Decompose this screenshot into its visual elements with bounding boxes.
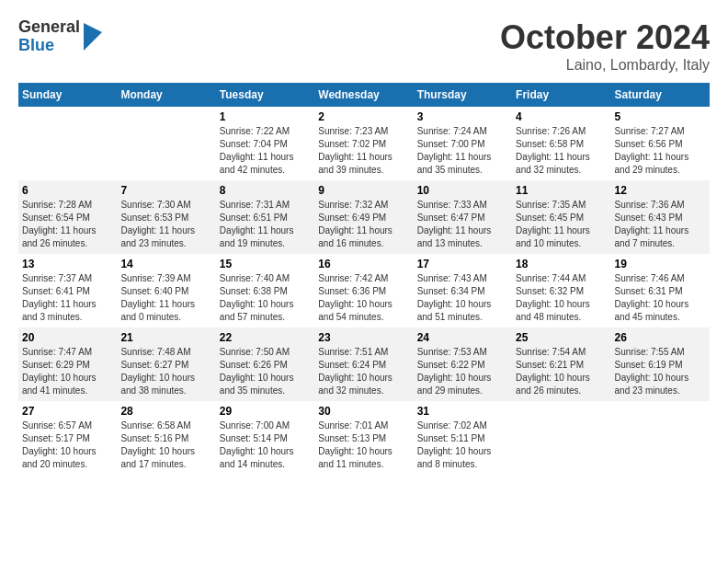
day-info: Sunrise: 7:44 AMSunset: 6:32 PMDaylight:…: [516, 272, 607, 324]
logo-general: General: [18, 18, 80, 37]
day-info: Sunrise: 7:54 AMSunset: 6:21 PMDaylight:…: [516, 346, 607, 397]
day-number: 8: [220, 184, 311, 197]
day-number: 18: [516, 258, 607, 270]
day-info: Sunrise: 7:36 AMSunset: 6:43 PMDaylight:…: [615, 199, 706, 250]
calendar-cell: 31Sunrise: 7:02 AMSunset: 5:11 PMDayligh…: [414, 401, 512, 475]
day-number: 2: [318, 110, 409, 123]
calendar-cell: 26Sunrise: 7:55 AMSunset: 6:19 PMDayligh…: [611, 327, 710, 401]
day-info: Sunrise: 7:47 AMSunset: 6:29 PMDaylight:…: [22, 346, 113, 397]
calendar-title: October 2024: [500, 18, 710, 57]
day-info: Sunrise: 7:50 AMSunset: 6:26 PMDaylight:…: [220, 346, 311, 397]
calendar-cell: 27Sunrise: 6:57 AMSunset: 5:17 PMDayligh…: [18, 401, 117, 475]
calendar-cell: 2Sunrise: 7:23 AMSunset: 7:02 PMDaylight…: [314, 107, 413, 180]
calendar-cell: 19Sunrise: 7:46 AMSunset: 6:31 PMDayligh…: [611, 254, 710, 327]
calendar-cell: 28Sunrise: 6:58 AMSunset: 5:16 PMDayligh…: [117, 401, 215, 475]
calendar-cell: [117, 107, 215, 180]
day-number: 29: [220, 405, 311, 418]
day-info: Sunrise: 7:26 AMSunset: 6:58 PMDaylight:…: [516, 125, 607, 177]
day-header-wednesday: Wednesday: [314, 83, 413, 107]
day-number: 23: [318, 331, 409, 344]
day-info: Sunrise: 7:55 AMSunset: 6:19 PMDaylight:…: [615, 346, 706, 397]
day-info: Sunrise: 7:48 AMSunset: 6:27 PMDaylight:…: [120, 346, 211, 397]
day-number: 28: [120, 405, 211, 418]
day-info: Sunrise: 7:22 AMSunset: 7:04 PMDaylight:…: [220, 125, 311, 177]
day-number: 15: [220, 258, 311, 270]
calendar-cell: [512, 401, 610, 475]
days-header-row: SundayMondayTuesdayWednesdayThursdayFrid…: [18, 83, 710, 107]
day-info: Sunrise: 6:57 AMSunset: 5:17 PMDaylight:…: [22, 419, 113, 471]
calendar-subtitle: Laino, Lombardy, Italy: [500, 57, 710, 74]
day-number: 1: [220, 110, 311, 123]
calendar-cell: 24Sunrise: 7:53 AMSunset: 6:22 PMDayligh…: [414, 327, 512, 401]
day-header-tuesday: Tuesday: [216, 83, 314, 107]
day-number: 3: [417, 110, 508, 123]
day-info: Sunrise: 7:02 AMSunset: 5:11 PMDaylight:…: [417, 419, 508, 471]
day-number: 12: [615, 184, 706, 197]
day-number: 17: [417, 258, 508, 270]
day-number: 22: [220, 331, 311, 344]
day-info: Sunrise: 7:01 AMSunset: 5:13 PMDaylight:…: [318, 419, 409, 471]
day-number: 21: [120, 331, 211, 344]
title-section: October 2024 Laino, Lombardy, Italy: [500, 18, 710, 74]
week-row-5: 27Sunrise: 6:57 AMSunset: 5:17 PMDayligh…: [18, 401, 710, 475]
day-info: Sunrise: 7:30 AMSunset: 6:53 PMDaylight:…: [120, 199, 211, 250]
day-info: Sunrise: 7:27 AMSunset: 6:56 PMDaylight:…: [615, 125, 706, 177]
day-info: Sunrise: 7:42 AMSunset: 6:36 PMDaylight:…: [318, 272, 409, 324]
calendar-cell: 9Sunrise: 7:32 AMSunset: 6:49 PMDaylight…: [314, 180, 413, 254]
day-number: 24: [417, 331, 508, 344]
day-info: Sunrise: 7:32 AMSunset: 6:49 PMDaylight:…: [318, 199, 409, 250]
day-number: 26: [615, 331, 706, 344]
day-info: Sunrise: 7:51 AMSunset: 6:24 PMDaylight:…: [318, 346, 409, 397]
calendar-cell: 20Sunrise: 7:47 AMSunset: 6:29 PMDayligh…: [18, 327, 117, 401]
day-number: 7: [120, 184, 211, 197]
calendar-cell: 23Sunrise: 7:51 AMSunset: 6:24 PMDayligh…: [314, 327, 413, 401]
logo-icon: [84, 23, 102, 51]
day-info: Sunrise: 7:24 AMSunset: 7:00 PMDaylight:…: [417, 125, 508, 177]
day-number: 6: [22, 184, 113, 197]
day-number: 19: [615, 258, 706, 270]
calendar-cell: 30Sunrise: 7:01 AMSunset: 5:13 PMDayligh…: [314, 401, 413, 475]
day-info: Sunrise: 7:35 AMSunset: 6:45 PMDaylight:…: [516, 199, 607, 250]
calendar-cell: 13Sunrise: 7:37 AMSunset: 6:41 PMDayligh…: [18, 254, 117, 327]
day-number: 31: [417, 405, 508, 418]
week-row-3: 13Sunrise: 7:37 AMSunset: 6:41 PMDayligh…: [18, 254, 710, 327]
day-header-sunday: Sunday: [18, 83, 117, 107]
svg-marker-0: [84, 23, 102, 51]
day-info: Sunrise: 7:46 AMSunset: 6:31 PMDaylight:…: [615, 272, 706, 324]
day-info: Sunrise: 7:28 AMSunset: 6:54 PMDaylight:…: [22, 199, 113, 250]
day-info: Sunrise: 7:37 AMSunset: 6:41 PMDaylight:…: [22, 272, 113, 324]
calendar-cell: 10Sunrise: 7:33 AMSunset: 6:47 PMDayligh…: [414, 180, 512, 254]
calendar-cell: [18, 107, 117, 180]
calendar-cell: 15Sunrise: 7:40 AMSunset: 6:38 PMDayligh…: [216, 254, 314, 327]
calendar-cell: 5Sunrise: 7:27 AMSunset: 6:56 PMDaylight…: [611, 107, 710, 180]
calendar-cell: 7Sunrise: 7:30 AMSunset: 6:53 PMDaylight…: [117, 180, 215, 254]
week-row-1: 1Sunrise: 7:22 AMSunset: 7:04 PMDaylight…: [18, 107, 710, 180]
calendar-cell: 11Sunrise: 7:35 AMSunset: 6:45 PMDayligh…: [512, 180, 610, 254]
day-number: 14: [120, 258, 211, 270]
day-info: Sunrise: 7:40 AMSunset: 6:38 PMDaylight:…: [220, 272, 311, 324]
day-header-thursday: Thursday: [414, 83, 512, 107]
day-number: 20: [22, 331, 113, 344]
day-info: Sunrise: 7:00 AMSunset: 5:14 PMDaylight:…: [220, 419, 311, 471]
calendar-cell: [611, 401, 710, 475]
calendar-cell: 17Sunrise: 7:43 AMSunset: 6:34 PMDayligh…: [414, 254, 512, 327]
logo: General Blue: [18, 18, 102, 55]
calendar-cell: 8Sunrise: 7:31 AMSunset: 6:51 PMDaylight…: [216, 180, 314, 254]
week-row-4: 20Sunrise: 7:47 AMSunset: 6:29 PMDayligh…: [18, 327, 710, 401]
day-number: 4: [516, 110, 607, 123]
day-number: 13: [22, 258, 113, 270]
day-info: Sunrise: 7:43 AMSunset: 6:34 PMDaylight:…: [417, 272, 508, 324]
calendar-cell: 1Sunrise: 7:22 AMSunset: 7:04 PMDaylight…: [216, 107, 314, 180]
day-header-saturday: Saturday: [611, 83, 710, 107]
day-info: Sunrise: 6:58 AMSunset: 5:16 PMDaylight:…: [120, 419, 211, 471]
day-number: 27: [22, 405, 113, 418]
calendar-cell: 3Sunrise: 7:24 AMSunset: 7:00 PMDaylight…: [414, 107, 512, 180]
day-number: 5: [615, 110, 706, 123]
calendar-cell: 22Sunrise: 7:50 AMSunset: 6:26 PMDayligh…: [216, 327, 314, 401]
calendar-cell: 25Sunrise: 7:54 AMSunset: 6:21 PMDayligh…: [512, 327, 610, 401]
calendar-cell: 12Sunrise: 7:36 AMSunset: 6:43 PMDayligh…: [611, 180, 710, 254]
day-header-friday: Friday: [512, 83, 610, 107]
page-header: General Blue October 2024 Laino, Lombard…: [18, 18, 710, 74]
day-number: 30: [318, 405, 409, 418]
day-info: Sunrise: 7:23 AMSunset: 7:02 PMDaylight:…: [318, 125, 409, 177]
